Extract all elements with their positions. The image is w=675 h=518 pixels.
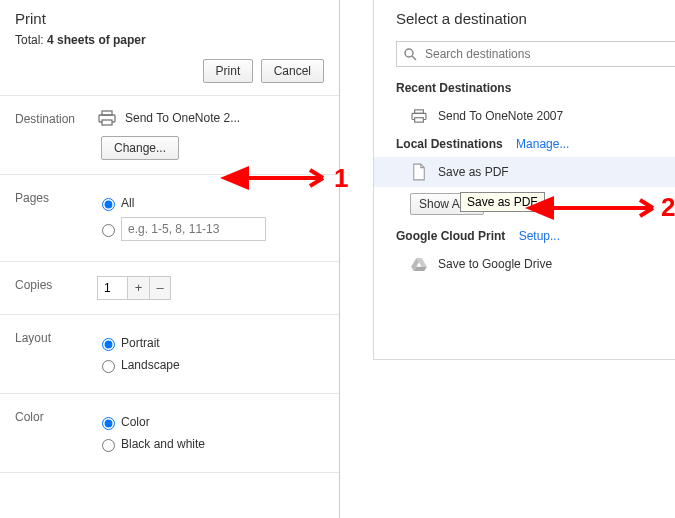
gcp-head: Google Cloud Print Setup... bbox=[396, 229, 675, 243]
current-destination: Send To OneNote 2... bbox=[97, 110, 324, 126]
svg-point-3 bbox=[405, 49, 413, 57]
svg-line-4 bbox=[412, 56, 416, 60]
section-color: Color Color Black and white bbox=[0, 393, 339, 473]
printer-icon bbox=[97, 110, 117, 126]
color-color-row[interactable]: Color bbox=[97, 414, 324, 430]
pdf-file-icon bbox=[410, 163, 428, 181]
copies-input[interactable] bbox=[97, 276, 127, 300]
pages-all-row[interactable]: All bbox=[97, 195, 324, 211]
layout-landscape-row[interactable]: Landscape bbox=[97, 357, 324, 373]
pages-range-radio[interactable] bbox=[102, 224, 115, 237]
color-color-radio[interactable] bbox=[102, 417, 115, 430]
google-drive-icon bbox=[410, 255, 428, 273]
annotation-number-1: 1 bbox=[334, 163, 348, 194]
svg-rect-1 bbox=[102, 111, 112, 115]
manage-link[interactable]: Manage... bbox=[516, 137, 569, 151]
search-wrap[interactable] bbox=[396, 41, 675, 67]
section-pages: Pages All bbox=[0, 174, 339, 261]
setup-link[interactable]: Setup... bbox=[519, 229, 560, 243]
save-google-drive-item[interactable]: Save to Google Drive bbox=[374, 249, 675, 279]
svg-rect-7 bbox=[415, 118, 424, 122]
layout-portrait-radio[interactable] bbox=[102, 338, 115, 351]
recent-head: Recent Destinations bbox=[396, 81, 675, 95]
section-layout: Layout Portrait Landscape bbox=[0, 314, 339, 393]
print-header: Print Total: 4 sheets of paper Print Can… bbox=[0, 0, 339, 95]
print-button[interactable]: Print bbox=[203, 59, 254, 83]
recent-destination-item[interactable]: Send To OneNote 2007 bbox=[374, 101, 675, 131]
printer-icon bbox=[410, 107, 428, 125]
pages-range-input[interactable] bbox=[121, 217, 266, 241]
save-as-pdf-item[interactable]: Save as PDF bbox=[374, 157, 675, 187]
layout-landscape-radio[interactable] bbox=[102, 360, 115, 373]
svg-rect-2 bbox=[102, 120, 112, 125]
annotation-number-2: 2 bbox=[661, 192, 675, 223]
section-destination: Destination Send To OneNote 2... Change.… bbox=[0, 95, 339, 174]
pages-label: Pages bbox=[15, 189, 97, 205]
search-input[interactable] bbox=[423, 46, 669, 62]
total-line: Total: 4 sheets of paper bbox=[15, 33, 324, 47]
change-destination-button[interactable]: Change... bbox=[101, 136, 179, 160]
destination-picker: Select a destination Recent Destinations… bbox=[373, 0, 675, 360]
color-bw-radio[interactable] bbox=[102, 439, 115, 452]
copies-label: Copies bbox=[15, 276, 97, 292]
destination-label: Destination bbox=[15, 110, 97, 126]
cancel-button[interactable]: Cancel bbox=[261, 59, 324, 83]
svg-rect-6 bbox=[415, 110, 424, 114]
layout-label: Layout bbox=[15, 329, 97, 345]
print-title: Print bbox=[15, 10, 324, 27]
copies-minus[interactable]: – bbox=[149, 276, 171, 300]
pages-all-radio[interactable] bbox=[102, 198, 115, 211]
copies-plus[interactable]: + bbox=[127, 276, 149, 300]
local-head: Local Destinations Manage... bbox=[396, 137, 675, 151]
pages-range-row[interactable] bbox=[97, 217, 324, 241]
color-bw-row[interactable]: Black and white bbox=[97, 436, 324, 452]
section-copies: Copies + – bbox=[0, 261, 339, 314]
color-label: Color bbox=[15, 408, 97, 424]
header-buttons: Print Cancel bbox=[15, 59, 324, 83]
current-destination-name: Send To OneNote 2... bbox=[125, 111, 240, 125]
picker-title: Select a destination bbox=[396, 10, 675, 27]
layout-portrait-row[interactable]: Portrait bbox=[97, 335, 324, 351]
print-settings-panel: Print Total: 4 sheets of paper Print Can… bbox=[0, 0, 340, 518]
search-icon bbox=[403, 47, 417, 61]
tooltip: Save as PDF bbox=[460, 192, 545, 212]
